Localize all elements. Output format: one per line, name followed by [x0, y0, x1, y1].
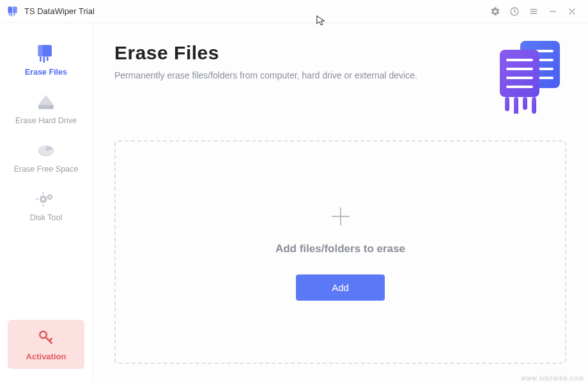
svg-rect-39	[514, 97, 518, 114]
svg-rect-0	[8, 6, 13, 13]
plus-icon	[329, 204, 353, 231]
sidebar-item-disk-tool[interactable]: Disk Tool	[0, 183, 92, 231]
svg-rect-8	[530, 13, 538, 13]
titlebar: TS DataWiper Trial	[0, 0, 588, 23]
svg-rect-41	[532, 97, 536, 114]
gears-icon	[35, 189, 58, 209]
hdd-icon	[35, 92, 58, 112]
svg-rect-14	[47, 57, 49, 61]
svg-rect-13	[43, 57, 45, 63]
svg-rect-3	[12, 13, 13, 16]
svg-rect-33	[500, 50, 539, 97]
dropzone[interactable]: Add files/folders to erase Add	[114, 140, 566, 364]
svg-rect-1	[13, 6, 17, 13]
sidebar-item-label: Erase Free Space	[14, 165, 79, 174]
svg-point-22	[49, 196, 50, 198]
files-icon	[35, 43, 58, 64]
svg-rect-11	[43, 45, 52, 57]
clock-icon[interactable]	[505, 2, 524, 21]
svg-rect-40	[523, 97, 527, 110]
svg-point-16	[50, 106, 52, 108]
app-window: TS DataWiper Trial Erase Files	[0, 0, 588, 383]
main-panel: Erase Files Permanently erase files/fold…	[93, 23, 588, 383]
add-button[interactable]: Add	[296, 274, 385, 301]
svg-rect-7	[530, 11, 538, 11]
sidebar: Erase Files Erase Hard Drive Erase Free …	[0, 23, 93, 383]
sidebar-item-erase-free-space[interactable]: Erase Free Space	[0, 134, 92, 183]
svg-rect-6	[530, 9, 538, 10]
menu-icon[interactable]	[524, 2, 543, 21]
page-subtitle: Permanently erase files/folders from com…	[114, 70, 496, 80]
pie-icon	[35, 140, 58, 161]
close-icon[interactable]	[562, 2, 582, 21]
watermark: www.xiazaiba.com	[522, 375, 584, 382]
sidebar-item-erase-files[interactable]: Erase Files	[0, 37, 92, 86]
activation-label: Activation	[26, 352, 66, 361]
svg-rect-2	[9, 13, 10, 15]
settings-icon[interactable]	[486, 2, 505, 21]
dropzone-label: Add files/folders to erase	[275, 243, 405, 255]
sidebar-item-erase-hard-drive[interactable]: Erase Hard Drive	[0, 86, 92, 134]
svg-rect-4	[14, 13, 15, 15]
sidebar-item-label: Erase Files	[25, 68, 67, 77]
svg-rect-38	[505, 97, 509, 111]
key-icon	[37, 327, 55, 348]
activation-button[interactable]: Activation	[8, 320, 84, 369]
sidebar-item-label: Erase Hard Drive	[15, 116, 77, 125]
svg-point-20	[42, 198, 45, 200]
app-title: TS DataWiper Trial	[24, 6, 95, 16]
minimize-icon[interactable]	[543, 2, 562, 21]
svg-rect-9	[550, 11, 555, 11]
sidebar-item-label: Disk Tool	[30, 213, 62, 222]
hero-illustration-icon	[496, 37, 566, 114]
svg-rect-12	[40, 57, 42, 62]
app-logo-icon	[6, 5, 19, 18]
page-title: Erase Files	[114, 42, 496, 64]
